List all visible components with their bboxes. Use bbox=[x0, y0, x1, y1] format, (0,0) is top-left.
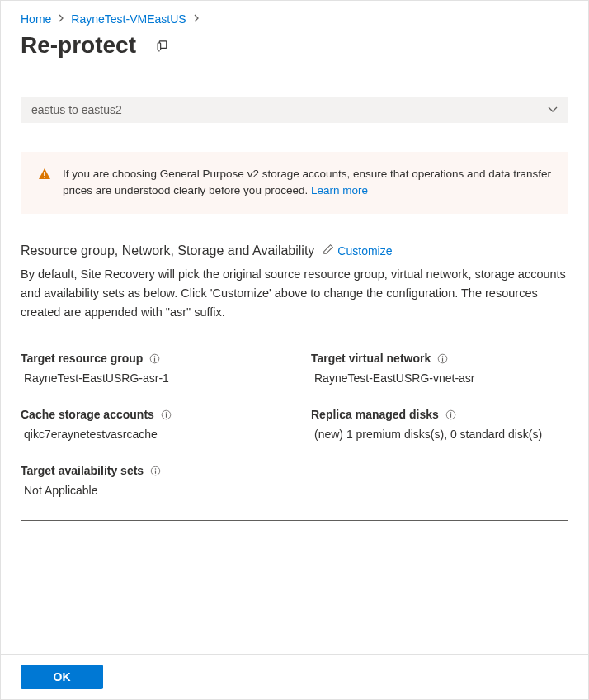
svg-rect-13 bbox=[166, 414, 167, 417]
svg-point-18 bbox=[155, 468, 156, 469]
field-value: RayneTest-EastUSRG-asr-1 bbox=[21, 371, 278, 385]
customize-label: Customize bbox=[337, 244, 392, 258]
section-title: Resource group, Network, Storage and Ava… bbox=[21, 244, 314, 258]
svg-rect-10 bbox=[442, 357, 443, 361]
pin-icon[interactable] bbox=[156, 39, 170, 53]
ok-button[interactable]: OK bbox=[21, 665, 103, 689]
breadcrumb-resource[interactable]: RayneTest-VMEastUS bbox=[71, 12, 186, 26]
divider bbox=[21, 135, 568, 135]
field-label: Target virtual network bbox=[311, 352, 431, 365]
warning-banner: If you are choosing General Purpose v2 s… bbox=[21, 152, 568, 214]
breadcrumb: Home RayneTest-VMEastUS bbox=[21, 11, 568, 26]
svg-rect-16 bbox=[450, 414, 451, 417]
divider bbox=[21, 520, 568, 521]
svg-rect-4 bbox=[44, 177, 45, 178]
field-value: RayneTest-EastUSRG-vnet-asr bbox=[311, 371, 568, 385]
field-label: Cache storage accounts bbox=[21, 408, 154, 421]
chevron-down-icon bbox=[548, 105, 558, 115]
info-icon[interactable] bbox=[445, 409, 456, 420]
svg-point-9 bbox=[442, 356, 443, 357]
svg-rect-19 bbox=[155, 470, 156, 473]
dropdown-value: eastus to eastus2 bbox=[31, 103, 122, 116]
info-icon[interactable] bbox=[149, 353, 160, 364]
breadcrumb-home[interactable]: Home bbox=[21, 12, 51, 26]
field-target-resource-group: Target resource group RayneTest-EastUSRG… bbox=[21, 352, 278, 385]
info-icon[interactable] bbox=[437, 353, 448, 364]
field-label: Target resource group bbox=[21, 352, 143, 365]
pencil-icon bbox=[323, 244, 334, 258]
svg-point-15 bbox=[450, 412, 451, 413]
field-label: Target availability sets bbox=[21, 464, 144, 477]
field-replica-managed-disks: Replica managed disks (new) 1 premium di… bbox=[311, 408, 568, 441]
direction-dropdown[interactable]: eastus to eastus2 bbox=[21, 97, 568, 123]
svg-point-12 bbox=[166, 412, 167, 413]
warning-icon bbox=[38, 168, 51, 186]
field-target-availability-sets: Target availability sets Not Applicable bbox=[21, 464, 278, 497]
field-label: Replica managed disks bbox=[311, 408, 439, 421]
learn-more-link[interactable]: Learn more bbox=[311, 184, 368, 196]
chevron-right-icon bbox=[58, 13, 64, 25]
field-value: Not Applicable bbox=[21, 484, 278, 497]
customize-button[interactable]: Customize bbox=[323, 244, 392, 258]
svg-point-6 bbox=[154, 356, 155, 357]
warning-text: If you are choosing General Purpose v2 s… bbox=[63, 166, 553, 200]
page-title: Re-protect bbox=[21, 32, 136, 59]
section-description: By default, Site Recovery will pick the … bbox=[21, 265, 568, 323]
chevron-right-icon bbox=[193, 13, 200, 25]
field-value: (new) 1 premium disks(s), 0 standard dis… bbox=[311, 428, 568, 441]
field-cache-storage-accounts: Cache storage accounts qikc7eraynetestva… bbox=[21, 408, 278, 441]
field-value: qikc7eraynetestvasrcache bbox=[21, 428, 278, 441]
info-icon[interactable] bbox=[161, 409, 172, 420]
footer-bar: OK bbox=[1, 654, 588, 699]
svg-rect-3 bbox=[44, 172, 45, 176]
svg-rect-1 bbox=[158, 42, 161, 50]
svg-rect-7 bbox=[154, 357, 155, 361]
info-icon[interactable] bbox=[150, 466, 161, 476]
field-target-virtual-network: Target virtual network RayneTest-EastUSR… bbox=[311, 352, 568, 385]
